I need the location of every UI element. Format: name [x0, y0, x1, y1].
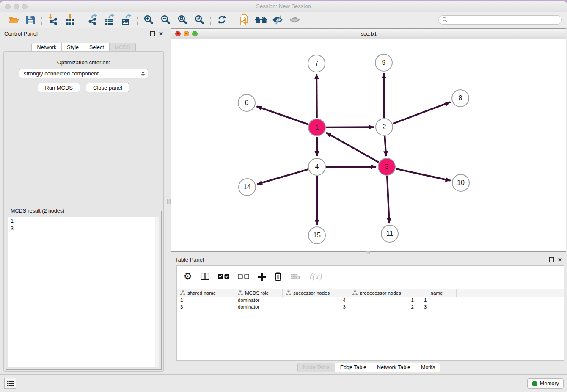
tab-mcds[interactable]: MCDS [110, 43, 136, 52]
delete-column-icon[interactable] [274, 272, 282, 281]
column-header-MCDS-role[interactable]: MCDS role [234, 289, 283, 297]
control-panel: Control Panel × NetworkStyleSelectMCDS O… [0, 28, 167, 374]
network-window: ✕ − + scc.txt 7968124314101511 [171, 28, 566, 252]
zoom-fit-icon[interactable] [174, 13, 191, 27]
splitter-handle[interactable] [366, 251, 370, 254]
close-panel-icon[interactable]: × [159, 31, 163, 36]
edge-4-14[interactable] [257, 169, 308, 184]
refresh-icon[interactable] [213, 13, 230, 27]
column-header-shared-name[interactable]: shared name [177, 289, 234, 297]
cell-predecessor-nodes[interactable]: 2 [349, 304, 417, 311]
import-network-icon[interactable] [44, 13, 61, 27]
graph-node-15[interactable]: 15 [308, 226, 326, 244]
cell-shared-name[interactable]: 1 [177, 297, 234, 304]
graph-node-14[interactable]: 14 [238, 178, 256, 196]
zoom-out-icon[interactable] [157, 13, 174, 27]
graph-node-2[interactable]: 2 [375, 118, 393, 136]
close-panel-button[interactable]: Close panel [86, 83, 129, 92]
edge-1-6[interactable] [257, 106, 308, 124]
edge-2-9[interactable] [384, 73, 384, 118]
network-canvas[interactable]: 7968124314101511 [171, 39, 566, 251]
cell-name[interactable]: 1 [417, 297, 457, 304]
memory-label: Memory [540, 381, 559, 386]
edge-2-8[interactable] [393, 102, 451, 124]
export-table-icon[interactable] [101, 13, 118, 27]
vertical-splitter[interactable] [167, 28, 171, 374]
criterion-select[interactable]: strongly connected component [19, 69, 148, 78]
home-icon[interactable] [253, 13, 270, 27]
graph-node-3[interactable]: 3 [378, 158, 396, 176]
tab-edge-table[interactable]: Edge Table [335, 363, 372, 372]
tab-node-table[interactable]: Node Table [297, 363, 335, 372]
cell-MCDS-role[interactable]: dominator [234, 297, 283, 304]
graph-node-11[interactable]: 11 [381, 225, 399, 243]
hide-graphics-details-icon[interactable] [270, 13, 286, 27]
zoom-in-icon[interactable] [140, 13, 157, 27]
tab-select[interactable]: Select [84, 43, 110, 52]
tab-motifs[interactable]: Motifs [416, 363, 440, 372]
cell-predecessor-nodes[interactable]: 1 [349, 297, 417, 304]
cell-successor-nodes[interactable]: 3 [283, 304, 349, 311]
memory-button[interactable]: Memory [527, 378, 564, 389]
export-image-icon[interactable] [118, 13, 135, 27]
function-builder-icon[interactable]: f(x) [309, 272, 322, 281]
mcds-result-list[interactable]: 13 [8, 217, 159, 367]
graph-node-4[interactable]: 4 [308, 158, 326, 176]
edge-1-7[interactable] [317, 74, 317, 118]
graph-node-9[interactable]: 9 [375, 54, 393, 72]
splitter-handle[interactable] [167, 199, 171, 204]
delete-table-icon[interactable] [290, 273, 300, 280]
export-network-icon[interactable] [84, 13, 101, 27]
combo-stepper-icon [140, 71, 146, 76]
show-graphics-details-icon[interactable] [286, 13, 303, 27]
open-session-icon[interactable] [5, 13, 22, 27]
graph-node-1[interactable]: 1 [308, 119, 326, 136]
column-header-name[interactable]: name [417, 289, 457, 297]
clone-network-icon[interactable] [236, 13, 253, 27]
graph-node-10[interactable]: 10 [452, 174, 470, 192]
main-toolbar [0, 12, 567, 28]
toolbar-separator [41, 14, 42, 26]
column-header-predecessor-nodes[interactable]: predecessor nodes [349, 289, 417, 297]
column-header-successor-nodes[interactable]: successor nodes [283, 289, 349, 297]
edge-3-11[interactable] [387, 176, 389, 223]
cell-shared-name[interactable]: 3 [177, 304, 234, 311]
float-panel-icon[interactable] [549, 257, 554, 262]
cell-MCDS-role[interactable]: dominator [234, 304, 283, 311]
edge-3-10[interactable] [396, 169, 450, 181]
table-row[interactable]: 1dominator411 [177, 297, 564, 304]
graph-node-8[interactable]: 8 [451, 89, 469, 107]
status-bar: Memory [0, 374, 567, 392]
attribute-type-icon [238, 290, 243, 295]
save-session-icon[interactable] [22, 13, 39, 27]
edge-3-1[interactable] [326, 133, 379, 162]
tab-network[interactable]: Network [31, 43, 62, 52]
edge-1-2[interactable] [326, 127, 374, 127]
tab-network-table[interactable]: Network Table [372, 363, 416, 372]
search-box[interactable] [438, 15, 562, 25]
select-all-icon[interactable] [218, 274, 229, 279]
table-row[interactable]: 3dominator323 [177, 304, 564, 311]
graph-node-6[interactable]: 6 [238, 94, 256, 112]
task-history-button[interactable] [4, 378, 16, 389]
graph-node-7[interactable]: 7 [308, 55, 325, 72]
add-column-icon[interactable] [258, 273, 266, 281]
deselect-all-icon[interactable] [238, 274, 249, 279]
toggle-panes-icon[interactable] [201, 273, 209, 280]
cell-successor-nodes[interactable]: 4 [283, 297, 349, 304]
node-table: shared nameMCDS rolesuccessor nodesprede… [177, 289, 564, 311]
column-label: MCDS role [245, 290, 269, 295]
float-panel-icon[interactable] [150, 31, 155, 36]
table-settings-icon[interactable]: ⚙ [184, 272, 192, 281]
zoom-selected-icon[interactable] [191, 13, 208, 27]
list-icon [7, 381, 14, 386]
edge-2-3[interactable] [385, 136, 386, 156]
network-window-titlebar[interactable]: ✕ − + scc.txt [171, 29, 566, 39]
tab-style[interactable]: Style [62, 43, 84, 52]
result-scrollbar[interactable] [155, 217, 159, 367]
cell-name[interactable]: 3 [417, 304, 457, 311]
search-input[interactable] [450, 17, 558, 23]
run-mcds-button[interactable]: Run MCDS [38, 83, 80, 92]
close-panel-icon[interactable]: × [558, 257, 562, 262]
import-table-icon[interactable] [61, 13, 78, 27]
